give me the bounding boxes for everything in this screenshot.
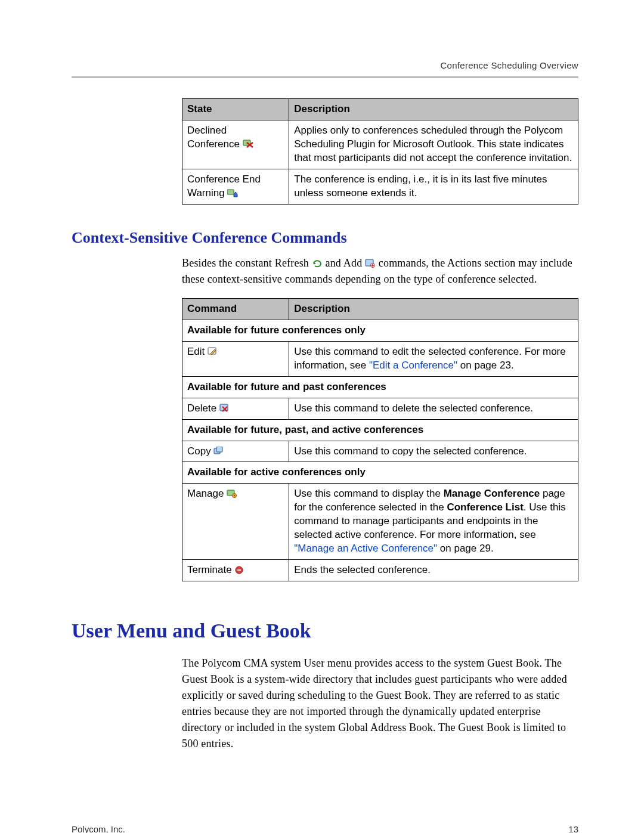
text: on page 23. bbox=[457, 360, 514, 371]
command-table: Command Description Available for future… bbox=[182, 298, 578, 581]
command-cell: Manage bbox=[182, 484, 289, 560]
add-icon bbox=[365, 256, 376, 265]
description-cell: Ends the selected conference. bbox=[289, 560, 578, 581]
command-label: Terminate bbox=[187, 564, 232, 575]
user-menu-paragraph: The Polycom CMA system User menu provide… bbox=[182, 655, 578, 752]
command-label: Edit bbox=[187, 346, 205, 357]
description-cell: Use this command to delete the selected … bbox=[289, 398, 578, 419]
command-cell: Edit bbox=[182, 341, 289, 376]
edit-icon bbox=[208, 346, 218, 355]
state-cell: Conference End Warning bbox=[182, 169, 289, 205]
text: on page 29. bbox=[437, 543, 494, 554]
command-header: Command bbox=[182, 298, 289, 320]
command-label: Manage bbox=[187, 488, 224, 499]
page-footer: Polycom, Inc. 13 bbox=[72, 823, 578, 833]
table-header-row: State Description bbox=[182, 99, 578, 120]
text: and Add bbox=[325, 257, 365, 269]
state-sublabel: Conference bbox=[187, 138, 240, 150]
running-header: Conference Scheduling Overview bbox=[72, 60, 578, 72]
state-header: State bbox=[182, 99, 289, 120]
state-label: Conference End bbox=[187, 174, 261, 185]
delete-icon bbox=[219, 403, 230, 412]
chapter-heading: User Menu and Guest Book bbox=[72, 617, 578, 645]
terminate-icon bbox=[234, 565, 245, 574]
command-label: Copy bbox=[187, 445, 211, 457]
svg-rect-7 bbox=[216, 447, 222, 452]
text: Use this command to display the bbox=[294, 488, 443, 499]
table-row: Copy Use this command to copy the select… bbox=[182, 441, 578, 462]
text: Besides the constant Refresh bbox=[182, 257, 312, 269]
state-cell: Declined Conference bbox=[182, 120, 289, 169]
section-label: Available for future conferences only bbox=[182, 320, 578, 341]
section-label: Available for active conferences only bbox=[182, 462, 578, 484]
table-section-row: Available for future, past, and active c… bbox=[182, 419, 578, 441]
command-cell: Copy bbox=[182, 441, 289, 462]
bold-text: Manage Conference bbox=[444, 488, 540, 499]
conference-end-warning-icon bbox=[227, 188, 238, 197]
copy-icon bbox=[213, 446, 224, 455]
description-cell: The conference is ending, i.e., it is in… bbox=[289, 169, 578, 205]
table-row: Manage Use this command to display the M… bbox=[182, 484, 578, 560]
cross-reference-link[interactable]: "Edit a Conference" bbox=[369, 360, 457, 371]
command-cell: Delete bbox=[182, 398, 289, 419]
svg-point-10 bbox=[234, 495, 235, 496]
description-cell: Applies only to conferences scheduled th… bbox=[289, 120, 578, 169]
cross-reference-link[interactable]: "Manage an Active Conference" bbox=[294, 543, 437, 554]
table-row: Delete Use this command to delete the se… bbox=[182, 398, 578, 419]
page-number: 13 bbox=[568, 823, 578, 833]
manage-icon bbox=[227, 488, 237, 497]
table-row: Terminate Ends the selected conference. bbox=[182, 560, 578, 581]
state-sublabel: Warning bbox=[187, 187, 225, 199]
table-section-row: Available for active conferences only bbox=[182, 462, 578, 484]
section-label: Available for future, past, and active c… bbox=[182, 419, 578, 441]
table-header-row: Command Description bbox=[182, 298, 578, 320]
table-row: Declined Conference Applies only to conf… bbox=[182, 120, 578, 169]
table-section-row: Available for future conferences only bbox=[182, 320, 578, 341]
header-divider bbox=[72, 76, 578, 78]
footer-left: Polycom, Inc. bbox=[72, 823, 125, 833]
svg-rect-1 bbox=[227, 190, 234, 194]
table-row: Edit Use this command to edit the select… bbox=[182, 341, 578, 376]
state-table: State Description Declined Conference Ap… bbox=[182, 98, 578, 205]
command-label: Delete bbox=[187, 402, 216, 414]
refresh-icon bbox=[312, 256, 323, 265]
description-cell: Use this command to display the Manage C… bbox=[289, 484, 578, 560]
description-cell: Use this command to copy the selected co… bbox=[289, 441, 578, 462]
bold-text: Conference List bbox=[447, 501, 523, 513]
svg-rect-12 bbox=[237, 569, 241, 571]
description-cell: Use this command to edit the selected co… bbox=[289, 341, 578, 376]
context-paragraph: Besides the constant Refresh and Add com… bbox=[182, 255, 578, 287]
document-page: Conference Scheduling Overview State Des… bbox=[0, 0, 644, 833]
description-header: Description bbox=[289, 298, 578, 320]
section-label: Available for future and past conference… bbox=[182, 376, 578, 398]
table-row: Conference End Warning The conference is… bbox=[182, 169, 578, 205]
table-section-row: Available for future and past conference… bbox=[182, 376, 578, 398]
section-heading: Context-Sensitive Conference Commands bbox=[72, 227, 578, 248]
command-cell: Terminate bbox=[182, 560, 289, 581]
declined-conference-icon bbox=[243, 139, 253, 148]
state-label: Declined bbox=[187, 125, 227, 136]
description-header: Description bbox=[289, 99, 578, 120]
